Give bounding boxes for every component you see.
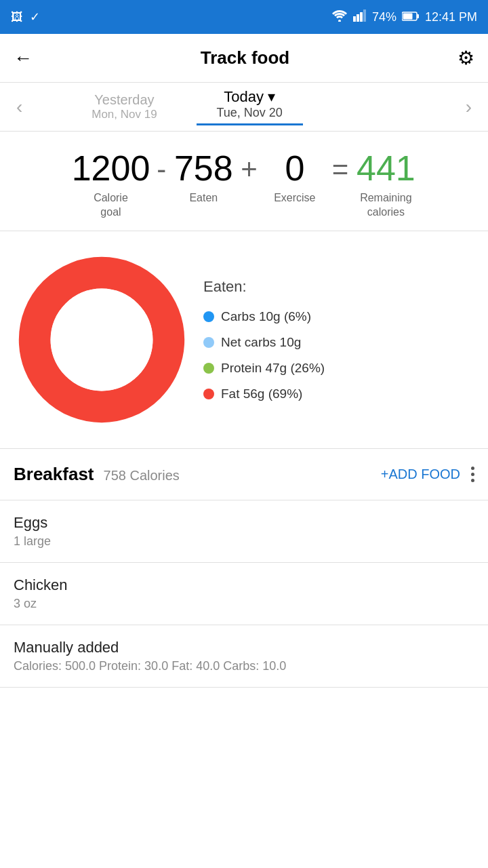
svg-rect-6 [403,13,412,19]
legend-protein: Protein 47g (26%) [203,361,325,376]
legend-title: Eaten: [203,278,325,296]
today-label: Today ▾ [217,88,283,106]
prev-day-button[interactable]: ‹ [7,90,32,125]
food-desc-chicken: 3 oz [14,597,474,611]
status-bar-left: 🖼 ✓ [11,9,40,24]
yesterday-date[interactable]: Yesterday Mon, Nov 19 [92,92,157,121]
exercise-label: Exercise [274,191,315,205]
meal-header-right: +ADD FOOD [381,467,474,482]
status-bar-right: 74% 12:41 PM [331,9,477,25]
app-bar: ← Track food ⚙ [0,34,488,83]
dropdown-icon: ▾ [268,88,275,106]
calorie-goal-block: 1200 Caloriegoal [72,151,150,220]
meal-header-left: Breakfast 758 Calories [14,464,180,485]
svg-point-0 [338,20,341,22]
dot3 [471,479,474,482]
svg-rect-7 [417,14,419,18]
calorie-summary: 1200 Caloriegoal - 758 Eaten + 0 Exercis… [0,132,488,231]
food-item-eggs[interactable]: Eggs 1 large [0,500,488,563]
svg-rect-3 [360,12,363,22]
food-item-manual[interactable]: Manually added Calories: 500.0 Protein: … [0,625,488,688]
svg-rect-2 [357,14,359,22]
exercise-block: 0 Exercise [264,151,325,205]
protein-dot [203,363,214,374]
dot2 [471,473,474,476]
svg-rect-4 [363,9,366,22]
carbs-label: Carbs 10g (6%) [221,309,311,324]
dot1 [471,467,474,470]
food-item-chicken[interactable]: Chicken 3 oz [0,563,488,625]
calorie-goal-value: 1200 [72,151,150,186]
nutrition-legend: Eaten: Carbs 10g (6%) Net carbs 10g Prot… [203,278,325,401]
meal-name: Breakfast [14,464,94,485]
legend-carbs: Carbs 10g (6%) [203,309,325,324]
status-bar: 🖼 ✓ 74% 12 [0,0,488,34]
back-button[interactable]: ← [14,47,33,69]
add-food-button[interactable]: +ADD FOOD [381,467,460,482]
yesterday-date-value: Mon, Nov 19 [92,108,157,121]
next-day-button[interactable]: › [456,90,481,125]
food-name-eggs: Eggs [14,514,474,532]
food-name-chicken: Chicken [14,576,474,594]
svg-point-11 [51,288,153,391]
remaining-value: 441 [357,151,415,186]
today-date-value: Tue, Nov 20 [217,106,283,120]
minus-operator: - [150,151,173,186]
plus-operator: + [234,151,264,186]
sync-icon: ✓ [30,9,40,24]
battery-percentage: 74% [372,10,396,24]
net-carbs-dot [203,337,214,348]
today-date[interactable]: Today ▾ Tue, Nov 20 [217,88,283,125]
donut-svg [14,252,190,428]
remaining-block: 441 Remainingcalories [355,151,416,220]
more-options-button[interactable] [471,467,474,482]
date-navigation: ‹ Yesterday Mon, Nov 19 Today ▾ Tue, Nov… [0,83,488,132]
settings-button[interactable]: ⚙ [458,47,474,69]
battery-icon [402,10,420,24]
breakfast-header: Breakfast 758 Calories +ADD FOOD [0,449,488,500]
carbs-dot [203,311,214,322]
fat-label: Fat 56g (69%) [221,387,302,401]
net-carbs-label: Net carbs 10g [221,335,301,350]
svg-rect-1 [353,16,356,22]
yesterday-label: Yesterday [92,92,157,108]
remaining-label: Remainingcalories [360,191,411,220]
wifi-icon [331,9,348,25]
legend-fat: Fat 56g (69%) [203,387,325,401]
gallery-icon: 🖼 [11,10,23,24]
signal-icon [353,9,367,25]
eaten-value: 758 [174,151,233,186]
eaten-label: Eaten [189,191,218,205]
page-title: Track food [201,47,289,68]
time: 12:41 PM [425,10,477,24]
food-desc-eggs: 1 large [14,534,474,549]
food-desc-manual: Calories: 500.0 Protein: 30.0 Fat: 40.0 … [14,659,474,673]
calorie-goal-label: Caloriegoal [94,191,128,220]
protein-label: Protein 47g (26%) [221,361,325,376]
exercise-value: 0 [285,151,304,186]
legend-net-carbs: Net carbs 10g [203,335,325,350]
equals-operator: = [325,151,356,186]
nutrition-chart-section: Eaten: Carbs 10g (6%) Net carbs 10g Prot… [0,231,488,449]
fat-dot [203,389,214,399]
eaten-block: 758 Eaten [173,151,234,205]
food-name-manual: Manually added [14,639,474,656]
meal-calories: 758 Calories [104,468,180,484]
donut-chart [14,252,190,428]
